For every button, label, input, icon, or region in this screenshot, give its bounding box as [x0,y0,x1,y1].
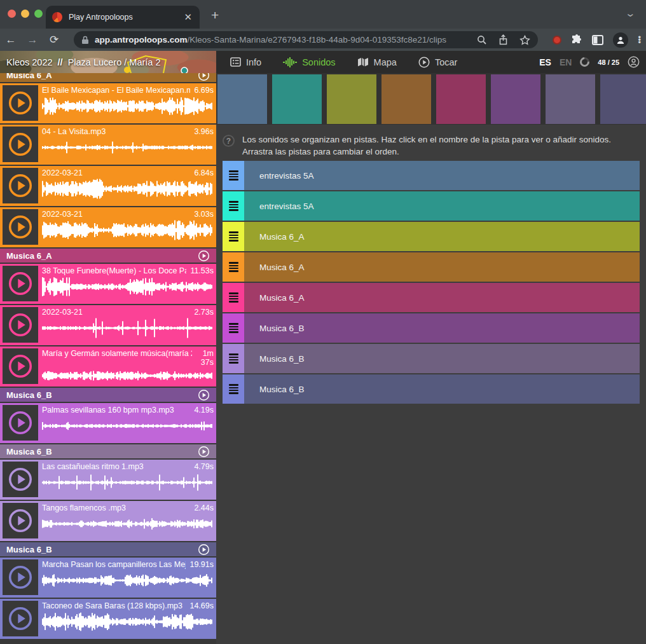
clip-item[interactable]: 2022-03-21 3.03s [0,207,216,247]
address-bar[interactable]: app.antropoloops.com/Kleos-Santa-Marina/… [74,31,538,48]
track-color-swatch[interactable] [217,74,267,124]
play-icon [7,270,34,297]
clip-play-button[interactable] [3,348,38,384]
clip-play-button[interactable] [3,559,38,595]
clip-title: María y Germán solamente música(maría 2.… [42,349,192,358]
maximize-window-button[interactable] [34,10,43,18]
clip-item[interactable]: Las castañuelas ritmo 1.mp3 4.79s [0,460,216,500]
window-controls[interactable] [8,10,43,18]
clip-item[interactable]: 04 - La Visita.mp3 3.96s [0,125,216,165]
track-section-header[interactable]: Musica 6_B [0,388,216,402]
breadcrumb-project[interactable]: Kleos 2022 [6,57,53,67]
tab-close-icon[interactable]: ✕ [182,11,193,23]
clip-play-button[interactable] [3,405,38,441]
clip-play-button[interactable] [3,601,38,636]
track-section-header[interactable]: Musica 6_B [0,444,216,458]
track-color-swatch[interactable] [600,74,646,124]
tab-info[interactable]: Info [224,51,277,73]
play-all-icon[interactable] [198,389,210,401]
extensions-puzzle-icon[interactable] [571,34,582,46]
bookmark-star-icon[interactable] [519,35,530,45]
zoom-icon[interactable] [477,35,487,45]
track-color-swatch[interactable] [381,74,431,124]
drag-handle[interactable] [223,191,244,221]
track-row[interactable]: Musica 6_B [223,374,640,404]
drag-handle[interactable] [223,161,244,190]
track-name[interactable]: Musica 6_A [259,232,305,242]
track-row[interactable]: Musica 6_B [223,344,640,373]
tab-tocar[interactable]: Tocar [412,51,472,73]
share-icon[interactable] [498,34,508,45]
play-all-icon[interactable] [198,73,210,81]
side-panel-icon[interactable] [592,35,603,45]
track-row[interactable]: entrevistas 5A [223,191,640,221]
track-color-swatch[interactable] [546,74,595,124]
track-section-header[interactable]: Musica 6_A [0,249,216,263]
waveform-icon [283,57,297,67]
track-color-swatch[interactable] [272,74,322,124]
lang-en-button[interactable]: EN [560,57,572,67]
play-all-icon[interactable] [198,250,210,262]
track-row[interactable]: Musica 6_A [223,283,640,312]
clip-play-button[interactable] [3,85,38,121]
new-tab-button[interactable]: + [211,8,219,23]
clip-play-button[interactable] [3,307,38,343]
clip-play-button[interactable] [3,503,38,538]
forward-button[interactable]: → [22,34,43,46]
lang-es-button[interactable]: ES [539,57,551,67]
clip-item[interactable]: Marcha Pasan los campanilleros Las Mejor… [0,558,216,598]
clip-play-button[interactable] [3,127,38,162]
clip-play-button[interactable] [3,168,38,203]
recording-indicator-icon[interactable] [553,36,561,45]
track-color-swatch[interactable] [436,74,486,124]
track-color-swatch[interactable] [327,74,376,124]
drag-handle[interactable] [223,283,244,312]
track-name[interactable]: Musica 6_B [259,354,305,364]
track-section-header[interactable]: Musica 6_A [0,73,216,82]
back-button[interactable]: ← [0,34,22,46]
clip-item[interactable]: 2022-03-21 6.84s [0,166,216,206]
browser-menu-icon[interactable]: ••• [638,36,641,44]
clip-item[interactable]: Taconeo de Sara Baras (128 kbps).mp3 14.… [0,599,216,639]
clip-play-button[interactable] [3,266,38,301]
clip-play-button[interactable] [3,462,38,497]
track-name[interactable]: Musica 6_A [259,263,305,272]
drag-handle[interactable] [223,344,244,373]
track-name[interactable]: entrevistas 5A [259,171,314,181]
track-name[interactable]: Musica 6_B [259,385,305,394]
track-list: entrevistas 5A entrevistas 5A Musica 6_A… [223,161,640,405]
track-name[interactable]: Musica 6_B [259,324,305,333]
track-row[interactable]: entrevistas 5A [223,161,640,190]
chevron-down-icon[interactable]: ⌄ [625,8,636,19]
clip-item[interactable]: 38 Toque Funebre(Muerte) - Los Doce Par.… [0,264,216,304]
track-row[interactable]: Musica 6_A [223,222,640,251]
clip-item[interactable]: María y Germán solamente música(maría 2.… [0,346,216,387]
tab-sonidos[interactable]: Sonidos [277,51,350,73]
track-name[interactable]: entrevistas 5A [259,202,314,211]
track-name[interactable]: Musica 6_A [259,293,305,303]
drag-handle[interactable] [223,374,244,404]
play-all-icon[interactable] [198,544,210,556]
drag-handle[interactable] [223,252,244,282]
drag-handle[interactable] [223,222,244,251]
play-all-icon[interactable] [198,446,210,458]
close-window-button[interactable] [8,10,16,18]
clip-item[interactable]: Tangos flamencos .mp3 2.44s [0,501,216,541]
track-section-header[interactable]: Musica 6_B [0,542,216,556]
account-icon[interactable] [628,56,640,68]
tab-mapa[interactable]: Mapa [351,51,412,73]
minimize-window-button[interactable] [21,10,29,18]
clip-play-button[interactable] [3,209,38,245]
track-color-swatch[interactable] [491,74,540,124]
profile-avatar[interactable] [613,32,628,48]
browser-tab[interactable]: Play Antropoloops ✕ [46,6,200,29]
reload-button[interactable]: ⟳ [43,33,65,46]
track-row[interactable]: Musica 6_A [223,252,640,282]
clip-item[interactable]: 2022-03-21 2.73s [0,305,216,345]
drag-handle[interactable] [223,313,244,343]
clip-item[interactable]: El Baile Mexicapan - El Baile Mexicapan.… [0,83,216,123]
clip-item[interactable]: Palmas sevillanas 160 bpm mp3.mp3 4.19s [0,403,216,443]
track-row[interactable]: Musica 6_B [223,313,640,343]
waveform [42,416,212,436]
clip-title: Las castañuelas ritmo 1.mp3 [42,462,144,471]
